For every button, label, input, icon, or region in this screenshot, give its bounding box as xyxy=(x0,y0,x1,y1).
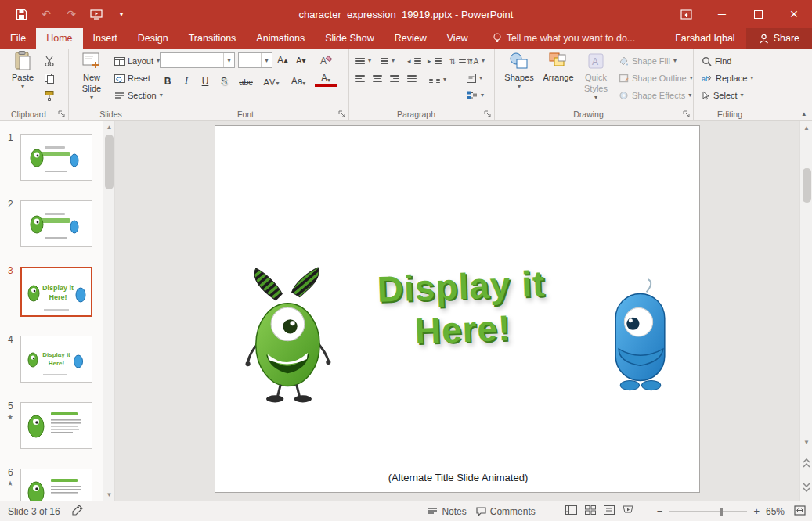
font-dialog-launcher[interactable] xyxy=(337,110,346,118)
align-right-button[interactable] xyxy=(390,72,399,88)
find-button[interactable]: Find xyxy=(702,53,731,69)
tab-design[interactable]: Design xyxy=(128,28,179,49)
thumbnail-preview[interactable] xyxy=(20,402,92,449)
justify-button[interactable] xyxy=(407,72,417,88)
tab-slide-show[interactable]: Slide Show xyxy=(315,28,384,49)
shapes-button[interactable]: Shapes ▾ xyxy=(501,51,537,107)
main-scrollbar[interactable]: ▲ ▼ xyxy=(799,121,812,501)
italic-button[interactable]: I xyxy=(180,74,193,88)
arrange-button[interactable]: Arrange xyxy=(540,51,576,107)
numbering-button[interactable]: ▾ xyxy=(381,53,395,69)
zoom-in-button[interactable]: + xyxy=(753,505,760,517)
thumbnail-preview[interactable]: Display it Here! xyxy=(20,267,92,317)
thumbnail-scroll-up-icon[interactable]: ▲ xyxy=(103,121,115,133)
shape-outline-button[interactable]: Shape Outline ▾ xyxy=(619,70,693,86)
drawing-dialog-launcher[interactable] xyxy=(682,110,691,118)
paragraph-dialog-launcher[interactable] xyxy=(483,110,492,118)
bold-button[interactable]: B xyxy=(161,74,174,88)
clipboard-dialog-launcher[interactable] xyxy=(57,110,66,118)
increase-indent-button[interactable]: ▸ xyxy=(428,53,442,69)
scroll-up-icon[interactable]: ▲ xyxy=(800,121,812,134)
minimize-button[interactable]: ─ xyxy=(704,0,740,28)
convert-smartart-button[interactable]: ▾ xyxy=(467,88,484,103)
text-direction-button[interactable]: ⇅A▾ xyxy=(467,53,485,69)
tell-me-box[interactable]: Tell me what you want to do... xyxy=(493,28,636,49)
slide-sorter-view-button[interactable] xyxy=(585,505,596,517)
tab-file[interactable]: File xyxy=(0,28,36,49)
font-size-dropdown-icon[interactable]: ▾ xyxy=(261,53,272,67)
change-case-button[interactable]: Aa▾ xyxy=(288,74,309,88)
decrease-font-size-button[interactable]: A▾ xyxy=(296,52,306,68)
font-name-dropdown-icon[interactable]: ▾ xyxy=(223,53,234,67)
tab-transitions[interactable]: Transitions xyxy=(179,28,247,49)
thumbnail-scroll-down-icon[interactable]: ▼ xyxy=(103,489,115,501)
ink-button[interactable] xyxy=(71,505,84,518)
columns-button[interactable]: ▾ xyxy=(429,72,446,88)
character-spacing-button[interactable]: AV▾ xyxy=(262,74,282,88)
scroll-down-icon[interactable]: ▼ xyxy=(800,436,812,448)
replace-button[interactable]: ab Replace ▾ xyxy=(702,70,753,86)
close-button[interactable]: × xyxy=(776,0,812,28)
previous-slide-button[interactable] xyxy=(800,451,812,475)
share-button[interactable]: Share xyxy=(746,28,812,49)
increase-font-size-button[interactable]: A▴ xyxy=(277,52,288,68)
slide-title-text[interactable]: Display it Here! xyxy=(339,261,585,356)
underline-button[interactable]: U xyxy=(199,74,211,88)
slide-caption-text[interactable]: (Alternate Title Slide Animated) xyxy=(215,472,701,483)
fit-slide-button[interactable] xyxy=(794,505,806,518)
cut-button[interactable] xyxy=(44,53,55,69)
slideshow-view-button[interactable] xyxy=(623,505,633,517)
thumbnail-preview[interactable]: Display it Here! xyxy=(20,336,92,383)
strikethrough-button[interactable]: abc xyxy=(236,74,255,88)
zoom-slider-thumb[interactable] xyxy=(720,508,723,516)
comments-button[interactable]: Comments xyxy=(476,506,536,517)
ribbon-display-options-button[interactable] xyxy=(668,0,704,28)
thumbnail-scrollbar[interactable]: ▲ ▼ xyxy=(103,121,115,501)
select-button[interactable]: Select ▾ xyxy=(702,88,744,103)
font-color-button[interactable]: A▾ xyxy=(315,74,337,87)
tab-review[interactable]: Review xyxy=(384,28,437,49)
account-name[interactable]: Farshad Iqbal xyxy=(664,28,745,49)
decrease-indent-button[interactable]: ◂ xyxy=(407,53,421,69)
blue-monster-image[interactable] xyxy=(603,276,678,406)
main-scrollbar-thumb[interactable] xyxy=(803,168,811,203)
notes-button[interactable]: Notes xyxy=(428,506,466,517)
zoom-percentage[interactable]: 65% xyxy=(766,506,785,517)
reset-button[interactable]: Reset xyxy=(114,70,150,86)
thumbnail-scrollbar-thumb[interactable] xyxy=(105,135,114,189)
shape-fill-button[interactable]: Shape Fill ▾ xyxy=(619,53,677,69)
shape-effects-button[interactable]: Shape Effects ▾ xyxy=(619,88,691,103)
collapse-ribbon-button[interactable]: ▴ xyxy=(802,110,806,117)
thumbnail-preview[interactable] xyxy=(20,469,92,501)
font-size-combo[interactable]: ▾ xyxy=(238,52,272,68)
customize-quick-access-button[interactable]: ▾ xyxy=(111,4,132,24)
tab-insert[interactable]: Insert xyxy=(83,28,128,49)
tab-animations[interactable]: Animations xyxy=(246,28,315,49)
align-left-button[interactable] xyxy=(355,72,365,88)
tab-view[interactable]: View xyxy=(437,28,478,49)
next-slide-button[interactable] xyxy=(800,476,812,499)
slide-editor-canvas[interactable]: Display it Here! (Alternate Title Slide xyxy=(115,121,799,501)
maximize-button[interactable] xyxy=(740,0,776,28)
thumbnail-preview[interactable] xyxy=(20,134,92,181)
zoom-out-button[interactable]: − xyxy=(657,505,663,517)
start-slideshow-button[interactable] xyxy=(86,4,106,24)
green-monster-image[interactable] xyxy=(244,265,336,408)
paste-button[interactable]: Paste ▾ xyxy=(5,51,41,107)
format-painter-button[interactable] xyxy=(44,88,55,103)
align-text-button[interactable]: ▾ xyxy=(467,70,482,86)
text-shadow-button[interactable]: S xyxy=(218,74,230,88)
thumbnail-preview[interactable] xyxy=(20,200,92,247)
font-name-combo[interactable]: ▾ xyxy=(160,52,235,68)
quick-styles-button[interactable]: A Quick Styles ▾ xyxy=(578,51,614,107)
undo-button[interactable]: ↶ xyxy=(36,4,56,24)
normal-view-button[interactable] xyxy=(565,505,577,517)
bullets-button[interactable]: ▾ xyxy=(355,53,371,69)
redo-button[interactable]: ↷ xyxy=(61,4,81,24)
copy-button[interactable] xyxy=(44,70,55,86)
slide-canvas[interactable]: Display it Here! (Alternate Title Slide xyxy=(215,125,700,493)
reading-view-button[interactable] xyxy=(604,505,615,517)
clear-formatting-button[interactable]: A xyxy=(319,52,332,68)
zoom-slider[interactable] xyxy=(669,511,747,512)
align-center-button[interactable] xyxy=(373,72,382,88)
